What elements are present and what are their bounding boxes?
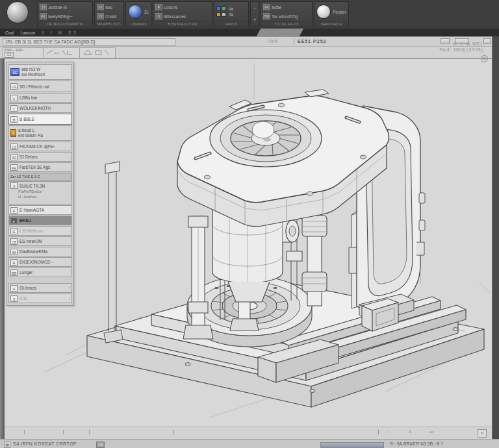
ribbon-group-caption[interactable]: SM APHL 3UT AME [97, 21, 122, 27]
ribbon-group-caption[interactable]: TO. 3G. EF 2O [263, 21, 310, 27]
sphere-blue-icon[interactable] [128, 5, 142, 19]
tool-icon: L3 [10, 143, 18, 150]
palette-item[interactable]: SEass ro3 Wsul Rodrtoch [8, 64, 72, 80]
drawing-viewport[interactable]: lle i.) ds WS LTes 4° 100 6) | 3 9 05 | … [5, 58, 492, 427]
ribbon-button[interactable]: da [229, 6, 246, 12]
shape-tools-panel[interactable] [79, 47, 116, 58]
status-toggles[interactable]: S~ 5A BRAER N3 3B ~8 ? [390, 442, 443, 446]
app-menu-button[interactable]: Fsse IV [5, 1, 31, 27]
palette-item[interactable]: LBES rorarOM [8, 236, 72, 246]
tool-icon: BB [10, 269, 18, 276]
tool-icon: r [10, 105, 18, 112]
palette-item[interactable]: eOLhnscs* [8, 283, 72, 293]
ribbon-button[interactable]: TWTor wIcodTOg [263, 13, 310, 19]
tabbar-glyph[interactable]: f [51, 31, 52, 35]
palette-item-label: ES rorarOM [19, 239, 42, 243]
tool-icon: 3J [10, 154, 18, 160]
ribbon-group-caption[interactable]: I Jhdsbdry [128, 21, 149, 27]
palette-item[interactable]: FaFarsTEh 3E Ags [8, 162, 72, 172]
active-document-tab[interactable] [257, 29, 303, 36]
palette-item-label: E HsavAGTA [19, 208, 44, 212]
ribbon-group: ~+ [250, 1, 259, 27]
tool-palette: SEass ro3 Wsul RodrtochLG3G I Fitisrns n… [6, 62, 74, 306]
horizontal-scroll-row[interactable]: D i4~el [5, 427, 492, 439]
palette-item[interactable]: EDIGEIONOMCS~ [8, 257, 72, 267]
ribbon-group-caption[interactable]: SaAG hem w [316, 21, 346, 27]
palette-item-label: WOLKEKArOTH [19, 106, 51, 110]
palette-item[interactable]: LG3G I Fitisrns nat [8, 81, 72, 92]
ribbon-button[interactable]: Peused ring [333, 9, 346, 15]
palette-item[interactable]: GL.B Methuou› [8, 226, 72, 236]
tool-icon: G [10, 228, 18, 234]
tool-icon: a [10, 129, 16, 137]
ribbon-button[interactable]: Y2Cnddr [97, 13, 122, 19]
ruler-tick [378, 430, 379, 434]
palette-item-label: DIGEIONOMCS~ [19, 260, 53, 264]
scroll-tick-label: ~el [428, 430, 433, 434]
ribbon-group-caption[interactable]: AAM IS [216, 21, 246, 27]
ribbon-group-caption[interactable]: DE 3ES GOSSAMP W [40, 21, 90, 27]
palette-item-label: 3 3L [19, 296, 28, 301]
palette-item-label: LGBs bar [19, 95, 37, 100]
ribbon-button-icon: FII [263, 4, 270, 10]
ribbon-button[interactable]: IIWbrscarces [155, 13, 210, 19]
tabbar-glyph[interactable]: M [58, 31, 62, 35]
color-grid-icon[interactable] [216, 6, 227, 17]
ruler-tick [89, 430, 90, 434]
frame-post [104, 162, 123, 343]
palette-item[interactable]: ▸EF3Li [8, 216, 72, 225]
palette-item[interactable]: IMDavBfwbeEMa [8, 247, 72, 256]
palette-item[interactable]: BB BBLS [8, 114, 72, 125]
palette-item-label: FarsTEh 3E Ags [19, 165, 50, 169]
draw-tools-panel[interactable] [43, 47, 81, 58]
ribbon-button[interactable]: FIISd5e [263, 4, 310, 10]
chevron-icon: ‹ [69, 297, 70, 301]
tool-icon: Fa [10, 164, 18, 171]
tool-icon: B [10, 116, 18, 123]
status-grid-icon[interactable]: ▦ [4, 442, 10, 448]
palette-item[interactable]: aa boud Lent dslsrn Pa [8, 125, 72, 141]
tabbar-glyph[interactable]: S .3 [68, 31, 76, 35]
tool-icon: ▸ [10, 218, 18, 224]
palette-item[interactable]: L3FICKAM CK 3(Pa~ [8, 142, 72, 151]
ribbon-button[interactable]: PLodcrts [155, 4, 210, 10]
ruler-tick [173, 430, 174, 434]
palette-item[interactable]: rWOLKEKArOTH [8, 103, 72, 113]
ribbon-group-caption[interactable]: B Ba Noa w i3 FSI [155, 21, 210, 27]
document-tab[interactable]: Caal [5, 31, 14, 35]
window-button-close[interactable] [483, 38, 491, 44]
ribbon-button[interactable]: 3a [229, 12, 246, 18]
tool-icon: 3 [10, 295, 18, 302]
command-field[interactable]: JRL GB 3I 3L BES THE SA TADC AG|[BB D] [3, 38, 175, 46]
palette-item[interactable]: BBLunger [8, 268, 72, 277]
tool-icon: 3 [10, 182, 18, 189]
right-scroll-strip[interactable] [492, 36, 499, 439]
palette-item[interactable]: 3SUIUE TIL3NFiaFisTEwGzH. Jushver [8, 181, 72, 205]
ribbon-group-caption[interactable] [253, 26, 257, 27]
sphere-white-icon[interactable] [316, 5, 331, 19]
palette-item[interactable]: 3J3J Delars [8, 152, 72, 162]
ribbon-mini-button[interactable]: ~ [253, 5, 257, 12]
ribbon-group: PLodcrtsIIWbrscarcesB Ba Noa w i3 FSI [153, 1, 212, 27]
ribbon-button[interactable]: F2twelySDSgr~ [40, 13, 90, 19]
palette-item[interactable]: LLGBs bar [8, 93, 72, 103]
tool-icon: e [10, 285, 18, 292]
quick-access-toolbar: JRL GB 3I 3L BES THE SA TADC AG|[BB D] T… [0, 36, 499, 47]
ribbon-button[interactable]: SZSac [97, 4, 122, 10]
palette-item[interactable]: 33 3L‹ [8, 293, 72, 303]
ribbon-button[interactable]: 33JkA53e III [40, 4, 90, 10]
status-message: SA IBFN KOSSAT CRRTOF [13, 442, 77, 446]
snap-panel[interactable]: P9P~ 39P~ C3 [3, 47, 44, 58]
tool-icon: IM [10, 249, 18, 255]
palette-item[interactable]: FE HsavAGTA [8, 205, 72, 215]
palette-subitem[interactable]: H. Jushver [10, 194, 70, 199]
tabbar-glyph[interactable]: 9 [42, 31, 44, 35]
layer-field[interactable]: EE51 P252 [294, 38, 372, 45]
scroll-corner-button[interactable]: D [478, 429, 487, 438]
palette-item-label: DavBfwbeEMa [19, 249, 47, 254]
palette-subitem[interactable]: FiaFisTEwGz [10, 189, 70, 194]
shape-tools-icon [81, 48, 111, 56]
document-tab[interactable]: Lawuon [20, 31, 35, 35]
ribbon-button[interactable]: 2L~ [144, 9, 149, 15]
ribbon-mini-button[interactable]: + [253, 17, 257, 23]
